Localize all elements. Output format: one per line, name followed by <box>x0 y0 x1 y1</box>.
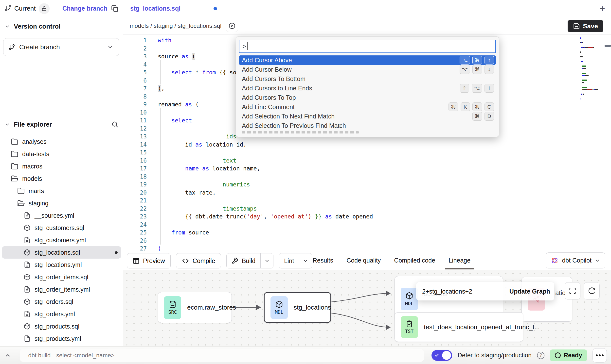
create-branch-dropdown[interactable] <box>101 38 119 56</box>
file-row-analyses[interactable]: analyses <box>2 135 121 148</box>
update-graph-button[interactable]: Update Graph <box>505 282 554 300</box>
tab-stg-locations-sql[interactable]: stg_locations.sql <box>123 0 224 17</box>
file-row-stg_order_items-sql[interactable]: stg_order_items.sql <box>2 271 121 283</box>
model-node-badge: MDL <box>270 296 288 319</box>
code-line-17[interactable]: name as location_name, <box>158 165 373 173</box>
code-line-18[interactable] <box>158 173 373 181</box>
version-control-header[interactable]: Version control <box>0 20 123 33</box>
code-line-15[interactable] <box>158 149 373 157</box>
file-explorer-header[interactable]: File explorer <box>0 118 123 131</box>
palette-item[interactable]: Add Cursors To Top <box>239 93 496 102</box>
code-line-25[interactable]: from source <box>158 229 373 237</box>
palette-item[interactable]: Add Selection To Previous Find Match <box>239 121 496 130</box>
lineage-canvas[interactable]: SRC ecom.raw_stores MDL stg_locations MD… <box>123 270 611 346</box>
file-row-stg_locations-yml[interactable]: stg_locations.yml <box>2 259 121 271</box>
code-line-20[interactable]: tax_rate, <box>158 189 373 197</box>
model-icon <box>24 323 31 330</box>
palette-item[interactable]: Add Cursor Above⌥⌘↑ <box>239 55 496 65</box>
file-row-stg_customers-sql[interactable]: stg_customers.sql <box>2 222 121 234</box>
palette-item[interactable]: Add Selection To Next Find Match⌘D <box>239 112 496 121</box>
shortcut-key: ⌘ <box>472 56 482 65</box>
table-icon <box>133 257 140 264</box>
lint-dropdown[interactable] <box>299 253 312 268</box>
file-row-stg_products-yml[interactable]: stg_products.yml <box>2 332 121 345</box>
lineage-selector-input[interactable]: 2+stg_locations+2 <box>416 282 505 300</box>
help-icon[interactable]: ? <box>537 352 544 359</box>
version-control-title: Version control <box>14 23 60 30</box>
lineage-node-stg-locations[interactable]: MDL stg_locations <box>264 292 331 323</box>
model-icon <box>24 224 31 231</box>
lineage-node-test[interactable]: TST test_does_location_opened_at_trunc_t… <box>395 312 523 342</box>
file-row-stg_products-sql[interactable]: stg_products.sql <box>2 320 121 332</box>
compile-button[interactable]: Compile <box>176 253 221 268</box>
file-row-macros[interactable]: macros <box>2 160 121 172</box>
code-line-27[interactable]: ) <box>158 245 373 251</box>
file-tree: analysesdata-testsmacrosmodelsmartsstagi… <box>0 135 123 345</box>
tab-lineage[interactable]: Lineage <box>449 251 470 269</box>
file-row-marts[interactable]: marts <box>2 185 121 197</box>
command-palette-input[interactable]: > <box>239 40 496 53</box>
file-icon <box>24 212 31 219</box>
tab-compiled-code[interactable]: Compiled code <box>394 251 435 269</box>
sidebar: Current Change branch Version control Cr… <box>0 0 123 346</box>
preview-button[interactable]: Preview <box>127 253 171 268</box>
indent-guide <box>174 124 174 229</box>
search-icon[interactable] <box>111 121 119 128</box>
shortcut-key: I <box>485 84 494 93</box>
code-line-23[interactable]: {{ dbt.date_trunc('day', 'opened_at') }}… <box>158 213 373 221</box>
refresh-button[interactable] <box>584 282 600 299</box>
lineage-node-source[interactable]: SRC ecom.raw_stores <box>158 292 232 323</box>
dbt-command-input[interactable]: dbt build --select <model_name> <box>20 349 424 362</box>
expand-command-bar-button[interactable] <box>0 352 16 359</box>
code-line-16[interactable]: ---------- text <box>158 157 373 165</box>
create-branch-button[interactable]: Create branch <box>3 38 119 56</box>
dbt-copilot-button[interactable]: dbt Copilot <box>546 252 605 268</box>
file-row-stg_locations-sql[interactable]: stg_locations.sql <box>2 246 121 259</box>
palette-item[interactable]: Add Cursors To Bottom <box>239 74 496 83</box>
defer-toggle[interactable] <box>431 350 452 361</box>
code-line-22[interactable]: ---------- timestamps <box>158 205 373 213</box>
code-line-14[interactable]: id as location_id, <box>158 141 373 149</box>
code-line-21[interactable] <box>158 197 373 205</box>
file-row-staging[interactable]: staging <box>2 197 121 209</box>
compass-icon[interactable] <box>226 20 238 32</box>
tab-title: stg_locations.sql <box>130 5 180 12</box>
indent-guide <box>160 60 161 84</box>
file-icon <box>24 286 31 293</box>
model-icon <box>24 249 31 256</box>
palette-item[interactable]: Add Cursor Below⌥⌘↓ <box>239 65 496 74</box>
file-row-stg_orders-sql[interactable]: stg_orders.sql <box>2 296 121 308</box>
palette-item[interactable]: Add Line Comment⌘K⌘C <box>239 102 496 112</box>
file-row-stg_orders-yml[interactable]: stg_orders.yml <box>2 308 121 320</box>
palette-item[interactable]: Add Cursors to Line Ends⇧⌥I <box>239 83 496 93</box>
chevron-down-icon <box>303 258 308 264</box>
shortcut-key: ⌘ <box>472 65 482 74</box>
lint-button[interactable]: Lint <box>279 253 299 268</box>
new-tab-button[interactable]: + <box>600 4 605 13</box>
build-button[interactable]: Build <box>227 253 261 268</box>
file-row-__sources-yml[interactable]: __sources.yml <box>2 209 121 222</box>
branch-bar: Current Change branch <box>0 0 123 17</box>
scrollbar-thumb[interactable] <box>605 45 611 47</box>
toggle-knob <box>442 351 451 360</box>
file-row-stg_order_items-yml[interactable]: stg_order_items.yml <box>2 283 121 296</box>
breadcrumb-row: models / staging / stg_locations.sql Sav… <box>123 17 611 34</box>
build-dropdown[interactable] <box>260 253 273 268</box>
save-button[interactable]: Save <box>568 20 603 32</box>
copy-icon[interactable] <box>111 5 119 12</box>
change-branch-link[interactable]: Change branch <box>62 5 107 12</box>
file-row-models[interactable]: models <box>2 172 121 185</box>
file-row-stg_customers-yml[interactable]: stg_customers.yml <box>2 234 121 246</box>
status-bar: dbt build --select <model_name> Defer to… <box>0 346 611 364</box>
code-line-24[interactable] <box>158 221 373 229</box>
tab-results[interactable]: Results <box>313 251 333 269</box>
file-row-data-tests[interactable]: data-tests <box>2 148 121 160</box>
code-line-19[interactable]: ---------- numerics <box>158 181 373 189</box>
file-icon <box>24 237 31 244</box>
tab-code-quality[interactable]: Code quality <box>346 251 381 269</box>
more-options-button[interactable] <box>593 348 607 363</box>
minimap[interactable] <box>580 37 607 100</box>
code-line-26[interactable] <box>158 237 373 245</box>
fullscreen-button[interactable] <box>565 282 580 299</box>
chevron-down-icon <box>4 23 10 29</box>
